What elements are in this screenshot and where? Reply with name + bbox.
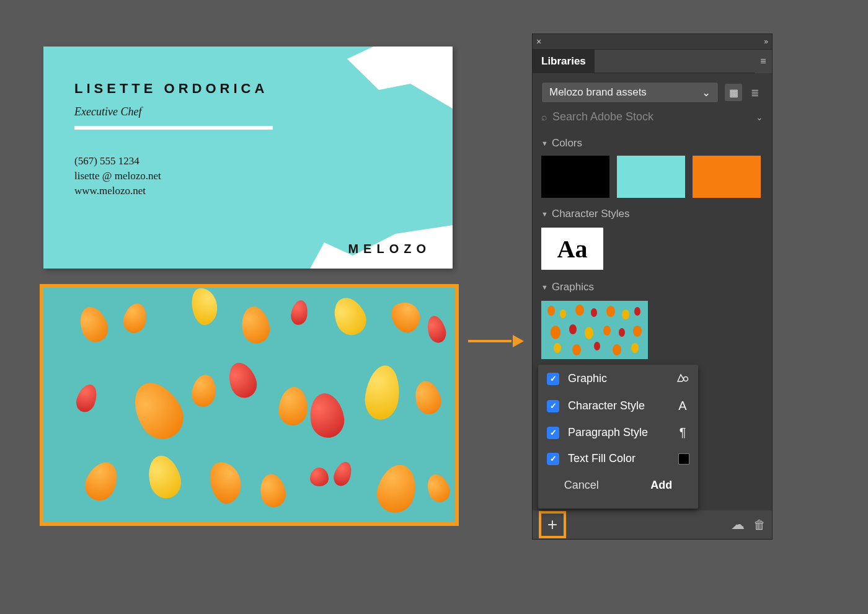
business-card-artboard: LISETTE ORDORICA Executive Chef (567) 55… (43, 47, 453, 269)
checkbox-checked-icon[interactable]: ✓ (547, 373, 559, 385)
character-style-icon: A (676, 399, 689, 413)
peppers-image (43, 288, 455, 522)
add-content-button[interactable]: + (539, 511, 566, 538)
popup-actions: Cancel Add (538, 471, 698, 498)
color-swatch-black[interactable] (541, 156, 609, 198)
search-icon: ⌕ (541, 112, 547, 123)
disclosure-triangle-icon: ▼ (541, 140, 548, 147)
card-website: www.melozo.net (74, 185, 146, 197)
section-colors[interactable]: ▼ Colors (533, 130, 772, 153)
panel-menu-icon[interactable]: ≡ (755, 50, 772, 73)
section-label: Graphics (552, 281, 594, 293)
card-name: LISETTE ORDORICA (74, 81, 268, 97)
close-icon[interactable]: × (536, 37, 541, 47)
disclosure-triangle-icon: ▼ (541, 283, 548, 291)
character-style-item[interactable]: Aa (541, 228, 603, 270)
creative-cloud-icon[interactable]: ☁ (731, 517, 745, 533)
popup-label: Text Fill Color (568, 452, 636, 465)
trash-icon[interactable]: 🗑 (753, 518, 766, 532)
popup-option-text-fill[interactable]: ✓ Text Fill Color (538, 446, 698, 471)
popup-label: Paragraph Style (568, 426, 648, 439)
card-divider (74, 126, 273, 130)
chevron-down-icon: ⌄ (702, 86, 711, 99)
popup-label: Character Style (568, 399, 645, 412)
card-email: lisette @ melozo.net (74, 170, 161, 182)
color-swatch-teal[interactable] (617, 156, 685, 198)
fill-color-swatch-icon (678, 453, 689, 465)
add-content-popup: ✓ Graphic ✓ Character Style A ✓ Paragrap… (538, 365, 698, 509)
card-tear-shape (347, 47, 453, 109)
add-button[interactable]: Add (650, 479, 672, 492)
popup-label: Graphic (568, 372, 607, 385)
svg-point-0 (684, 377, 688, 381)
popup-option-paragraph-style[interactable]: ✓ Paragraph Style ¶ (538, 419, 698, 446)
popup-option-graphic[interactable]: ✓ Graphic (538, 365, 698, 393)
chevron-down-icon[interactable]: ⌄ (756, 112, 763, 122)
checkbox-checked-icon[interactable]: ✓ (547, 400, 559, 412)
panel-footer: + ☁ 🗑 (533, 510, 772, 539)
collapse-panel-icon[interactable]: » (764, 37, 768, 46)
list-view-button[interactable]: ≣ (746, 84, 763, 101)
card-job-title: Executive Chef (74, 105, 141, 118)
disclosure-triangle-icon: ▼ (541, 210, 548, 218)
grid-view-button[interactable]: ▦ (725, 84, 742, 101)
section-label: Colors (552, 137, 582, 149)
section-label: Character Styles (552, 208, 630, 220)
search-adobe-stock[interactable]: ⌕ Search Adobe Stock ⌄ (541, 110, 763, 123)
panel-tabs: Libraries ≡ (533, 50, 772, 73)
section-graphics[interactable]: ▼ Graphics (533, 274, 772, 297)
checkbox-checked-icon[interactable]: ✓ (547, 427, 559, 439)
search-placeholder: Search Adobe Stock (552, 110, 653, 123)
graphic-type-icon (676, 371, 689, 386)
tab-libraries[interactable]: Libraries (533, 50, 595, 73)
cancel-button[interactable]: Cancel (564, 479, 599, 492)
card-phone: (567) 555 1234 (74, 155, 140, 167)
callout-arrow (468, 335, 524, 347)
popup-option-character-style[interactable]: ✓ Character Style A (538, 393, 698, 419)
library-name: Melozo brand assets (549, 86, 647, 99)
panel-topbar: × » (533, 34, 772, 50)
tab-bar-spacer (595, 50, 755, 73)
color-swatches (533, 153, 772, 200)
library-dropdown[interactable]: Melozo brand assets ⌄ (541, 82, 719, 103)
card-brand-logo: MELOZO (348, 242, 431, 256)
checkbox-checked-icon[interactable]: ✓ (547, 453, 559, 465)
color-swatch-orange[interactable] (693, 156, 761, 198)
pilcrow-icon: ¶ (676, 425, 689, 440)
view-toggle: ▦ ≣ (725, 84, 763, 101)
selected-graphic-frame[interactable] (40, 284, 459, 526)
section-character-styles[interactable]: ▼ Character Styles (533, 200, 772, 224)
graphic-thumbnail[interactable] (541, 301, 648, 359)
